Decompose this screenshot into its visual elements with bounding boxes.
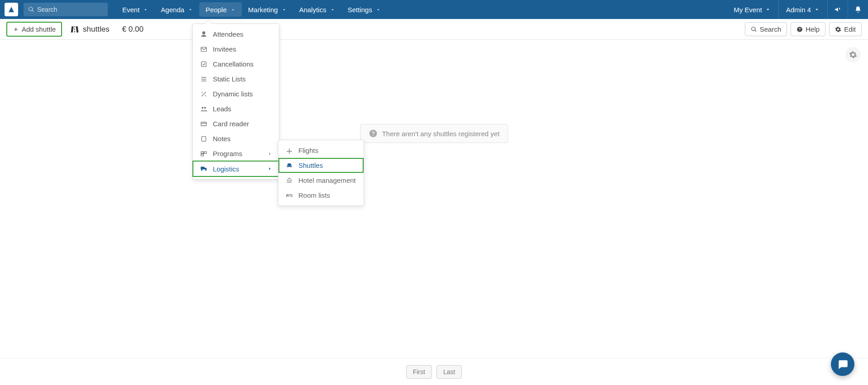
nav-label: People — [206, 6, 227, 14]
pagination-footer: First Last — [0, 358, 868, 385]
group-icon — [199, 105, 208, 113]
chevron-down-icon — [765, 6, 771, 13]
global-search[interactable] — [24, 3, 108, 16]
app-logo[interactable] — [5, 3, 18, 16]
main-nav: Event Agenda People Marketing Analytics … — [116, 0, 387, 19]
menu-logistics[interactable]: Logistics — [193, 161, 279, 176]
main-content: There aren't any shuttles registered yet — [0, 40, 868, 358]
logistics-submenu: Flights Shuttles Hotel management Room l… — [278, 140, 364, 206]
page-title: shuttles — [70, 25, 110, 34]
edit-button[interactable]: Edit — [829, 22, 862, 36]
button-label: Add shuttle — [22, 25, 56, 33]
page-title-text: shuttles — [83, 25, 110, 34]
user-menu[interactable]: Admin 4 — [778, 0, 827, 19]
list-icon — [199, 76, 208, 83]
button-label: Edit — [844, 25, 856, 33]
chevron-down-icon — [143, 7, 148, 12]
button-label: Help — [806, 25, 820, 33]
bed-icon — [285, 192, 294, 199]
gear-icon — [849, 51, 857, 59]
menu-cancellations[interactable]: Cancellations — [193, 57, 279, 71]
submenu-shuttles[interactable]: Shuttles — [278, 158, 364, 173]
menu-dynamic-lists[interactable]: Dynamic lists — [193, 86, 279, 101]
bell-icon — [854, 6, 862, 13]
menu-label: Static Lists — [213, 75, 246, 83]
help-button[interactable]: Help — [791, 22, 825, 36]
chat-widget-button[interactable] — [831, 352, 854, 376]
total-price: € 0.00 — [122, 25, 144, 34]
cancel-icon — [199, 61, 208, 68]
add-shuttle-button[interactable]: Add shuttle — [6, 22, 62, 37]
menu-label: Dynamic lists — [213, 90, 253, 98]
nav-agenda[interactable]: Agenda — [154, 0, 199, 19]
megaphone-icon — [834, 6, 841, 13]
submenu-label: Shuttles — [298, 162, 323, 169]
svg-rect-7 — [204, 152, 206, 153]
submenu-label: Flights — [298, 147, 318, 154]
menu-attendees[interactable]: Attendees — [193, 27, 279, 42]
menu-label: Leads — [213, 105, 231, 113]
chevron-right-icon — [267, 151, 273, 157]
menu-leads[interactable]: Leads — [193, 101, 279, 116]
chevron-down-icon — [188, 7, 193, 12]
chevron-right-icon — [267, 166, 273, 171]
svg-rect-5 — [201, 136, 206, 141]
nav-label: Event — [122, 6, 139, 14]
nav-marketing[interactable]: Marketing — [242, 0, 293, 19]
concierge-bell-icon — [285, 177, 294, 184]
notifications-button[interactable] — [848, 0, 868, 19]
submenu-label: Hotel management — [298, 176, 356, 184]
help-circle-icon — [369, 129, 378, 138]
svg-rect-4 — [201, 122, 206, 126]
menu-programs[interactable]: Programs — [193, 146, 279, 161]
menu-label: Invitees — [213, 45, 236, 53]
nav-people[interactable]: People — [199, 2, 242, 17]
menu-invitees[interactable]: Invitees — [193, 42, 279, 57]
nav-event[interactable]: Event — [116, 0, 154, 19]
chevron-down-icon — [814, 6, 820, 13]
event-switcher[interactable]: My Event — [726, 0, 778, 19]
wand-icon — [199, 90, 208, 98]
programs-icon — [199, 150, 208, 157]
global-search-input[interactable] — [37, 6, 103, 13]
svg-rect-6 — [201, 152, 203, 153]
menu-notes[interactable]: Notes — [193, 131, 279, 146]
pagination-last[interactable]: Last — [436, 365, 462, 379]
road-icon — [70, 25, 79, 34]
plane-icon — [285, 147, 294, 154]
menu-card-reader[interactable]: Card reader — [193, 116, 279, 131]
nav-label: Settings — [348, 6, 372, 14]
svg-point-2 — [201, 107, 203, 109]
announcements-button[interactable] — [827, 0, 848, 19]
chat-icon — [837, 358, 849, 370]
help-icon — [796, 26, 803, 33]
empty-state-text: There aren't any shuttles registered yet — [382, 130, 500, 138]
menu-label: Logistics — [213, 165, 239, 173]
submenu-flights[interactable]: Flights — [278, 143, 364, 158]
card-icon — [199, 120, 208, 128]
nav-analytics[interactable]: Analytics — [293, 0, 341, 19]
chevron-down-icon — [376, 7, 381, 12]
submenu-label: Room lists — [298, 191, 330, 199]
toolbar: Add shuttle shuttles € 0.00 Search Help … — [0, 19, 868, 40]
car-icon — [285, 162, 294, 169]
search-button[interactable]: Search — [745, 22, 787, 36]
nav-label: Analytics — [299, 6, 326, 14]
nav-right: My Event Admin 4 — [726, 0, 868, 19]
chevron-down-icon — [330, 7, 335, 12]
event-name: My Event — [734, 6, 762, 14]
nav-settings[interactable]: Settings — [341, 0, 387, 19]
top-navbar: Event Agenda People Marketing Analytics … — [0, 0, 868, 19]
menu-label: Programs — [213, 150, 242, 157]
people-dropdown: Attendees Invitees Cancellations Static … — [192, 24, 279, 180]
plus-icon — [13, 26, 19, 33]
page-settings-button[interactable] — [845, 47, 861, 62]
submenu-room-lists[interactable]: Room lists — [278, 188, 364, 203]
pagination-first[interactable]: First — [406, 365, 432, 379]
truck-icon — [199, 165, 208, 173]
submenu-hotel-management[interactable]: Hotel management — [278, 173, 364, 188]
person-icon — [199, 31, 208, 38]
menu-static-lists[interactable]: Static Lists — [193, 71, 279, 86]
menu-label: Cancellations — [213, 60, 254, 68]
nav-label: Agenda — [161, 6, 184, 14]
